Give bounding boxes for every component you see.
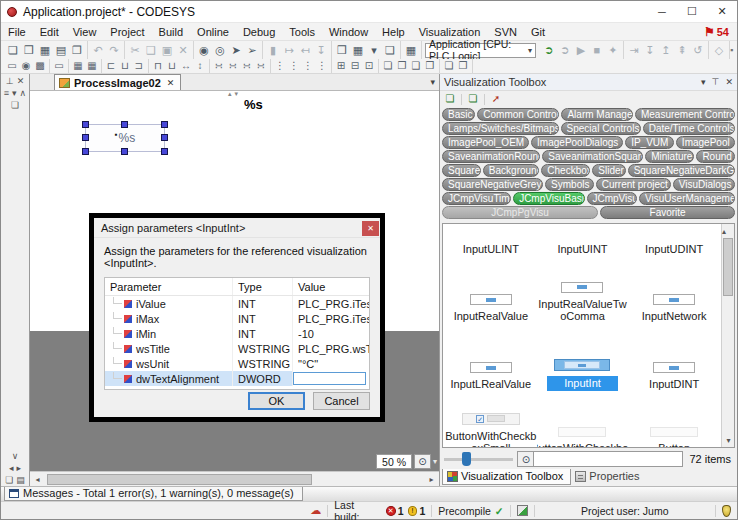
toolbox-item[interactable]: InputRealValue [445,258,537,325]
space-v3-icon[interactable]: ⋮ [301,58,315,74]
resize-handle-n[interactable] [121,121,128,128]
space-h2-icon[interactable]: ∺ [226,58,240,74]
cut-icon[interactable]: ✂ [127,42,143,58]
order-front-icon[interactable]: ❏ [381,58,395,74]
tab-current-project[interactable]: Current project [596,178,671,191]
paste-icon[interactable]: ▣ [159,42,175,58]
tab-jcmpvisutime[interactable]: JCmpVisuTime [442,192,511,205]
bookmark-next-icon[interactable]: ↦ [281,42,297,58]
undo-icon[interactable]: ↶ [90,42,106,58]
order-backward-icon[interactable]: ❒ [423,58,437,74]
bottom-tab-visualization-toolbox[interactable]: Visualization Toolbox [442,469,571,485]
toolbox-item[interactable]: ButtonWithCheckbox [537,393,629,448]
toolbox-export-icon[interactable]: ➚ [489,91,503,107]
tab-lamps-switches-bitmaps[interactable]: Lamps/Switches/Bitmaps [442,122,559,135]
grid-icon[interactable]: ⊞ [334,58,348,74]
build-caret-icon[interactable]: ▾ [366,42,382,58]
strip-left-icon[interactable]: ◂ [9,463,14,473]
zoom-caret-icon[interactable]: ▾ [433,457,437,466]
tab-imagepool-oem[interactable]: ImagePool_OEM [442,136,529,149]
zoom-level[interactable]: 50 % [376,454,412,469]
tab-visuusermanagement[interactable]: VisuUserManagement [639,192,735,205]
value-edit-field[interactable] [293,372,366,385]
strip-close-icon[interactable]: ✕ [17,76,25,86]
resize-handle-ne[interactable] [161,121,168,128]
toolbox-item[interactable]: InputRealValueTwoComma [537,258,629,325]
strip-menu-icon[interactable]: ≡ [4,88,9,98]
project-settings-icon[interactable]: ❒ [334,42,350,58]
reset-icon[interactable]: ↺ [690,42,706,58]
strip-page-icon[interactable]: ❏ [5,475,13,485]
strip-tool-icon[interactable]: ▤ [16,475,25,485]
icon-size-slider[interactable] [444,452,513,466]
align-right-icon[interactable]: ⊐ [132,58,146,74]
tab-common-controls[interactable]: Common Controls [477,108,559,121]
resize-handle-se[interactable] [161,148,168,155]
scroll-right-icon[interactable]: ▸ [424,475,439,484]
save-visu-icon[interactable]: ▦ [71,58,85,74]
tab-jcmppgvisu[interactable]: JCmpPgVisu [442,206,598,219]
save-icon[interactable]: ▦ [37,42,53,58]
selected-visualization-element[interactable]: ▪ %s [85,124,165,152]
toolbox-item[interactable]: InputLRealValue [445,325,537,393]
new-file-icon[interactable]: ❏ [5,42,21,58]
toolbox-item-selected[interactable]: InputInt [537,325,629,393]
tab-squarenegativedarkgrey[interactable]: SquareNegativeDarkGrey [628,164,735,177]
bookmark-clear-icon[interactable]: ↧ [313,42,329,58]
active-application-combo[interactable]: Application [CPU: PLC Logic] ▾ [425,43,536,58]
close-button[interactable]: ✕ [707,1,737,22]
panel-pin-icon[interactable]: ⊤ [712,77,720,87]
menu-online[interactable]: Online [190,23,236,40]
resize-handle-w[interactable] [82,134,89,141]
splitter-arrows-icon[interactable]: ▴▾ [228,91,241,98]
align-center-icon[interactable]: ⊔ [118,58,132,74]
table-row[interactable]: wsTitle WSTRING PLC_PRG.wsTestTitel [105,341,369,356]
tab-processimage02[interactable]: ProcessImage02 ✕ [54,74,181,90]
tab-favorite[interactable]: Favorite [600,206,735,219]
size-height-icon[interactable]: ↕ [193,58,207,74]
resize-handle-s[interactable] [121,148,128,155]
search-icon[interactable]: ⊙ [517,451,534,467]
tab-visudialogs[interactable]: VisuDialogs [673,178,735,191]
toolbox-doc2-icon[interactable]: ❏ [466,91,480,107]
single-cycle-icon[interactable]: ✦ [605,42,621,58]
toolbox-doc1-icon[interactable]: ❏ [443,91,457,107]
visu-colors-icon[interactable]: ▩ [33,58,47,74]
calendar-icon[interactable]: ▦ [403,42,419,58]
toolbox-item[interactable]: InputUINT [537,224,629,258]
strip-doc-icon[interactable]: ❏ [11,100,19,110]
logout-icon[interactable]: ➲ [557,42,573,58]
menu-file[interactable]: File [1,23,33,40]
tab-checkbox[interactable]: Checkbox [541,164,590,177]
messages-tab[interactable]: Messages - Total 1 error(s), 1 warning(s… [4,487,303,501]
tab-alarm-manager[interactable]: Alarm Manager [561,108,633,121]
tab-symbols[interactable]: Symbols [545,178,594,191]
space-h3-icon[interactable]: ∺ [240,58,254,74]
menu-debug[interactable]: Debug [236,23,282,40]
menu-help[interactable]: Help [375,23,412,40]
size-width-icon[interactable]: ↔ [179,58,193,74]
tab-imagepool[interactable]: ImagePool [676,136,735,149]
toolbox-scroll-down-icon[interactable]: ▾ [722,434,735,447]
copy-project-icon[interactable]: ❐ [69,42,85,58]
toolbox-item[interactable]: InputNetwork [628,258,720,325]
open-icon[interactable]: ❒ [21,42,37,58]
tab-imagepooldialogs[interactable]: ImagePoolDialogs [531,136,623,149]
toolbox-scroll-up-icon[interactable]: ▴ [722,227,726,236]
run-to-cursor-icon[interactable]: ⇞ [674,42,690,58]
ok-button[interactable]: OK [248,392,305,410]
run-icon[interactable]: ▶ [573,42,589,58]
redo-icon[interactable]: ↷ [106,42,122,58]
strip-up-icon[interactable]: ∧ [20,88,27,98]
table-row[interactable]: iValue INT PLC_PRG.iTestValue [105,296,369,311]
slider-thumb[interactable] [462,452,471,466]
group-icon[interactable]: ⊟ [348,58,362,74]
tab-slider[interactable]: Slider [592,164,625,177]
delete-icon[interactable]: ✕ [175,42,191,58]
toolbox-item[interactable]: ✓ ButtonWithCheckboxSmall [445,393,537,448]
find-next-icon[interactable]: ➤ [228,42,244,58]
copy-icon[interactable]: ❑ [143,42,159,58]
cancel-button[interactable]: Cancel [313,392,370,410]
tab-basic[interactable]: Basic [442,108,475,121]
toolbox-item[interactable]: Button [628,393,720,448]
